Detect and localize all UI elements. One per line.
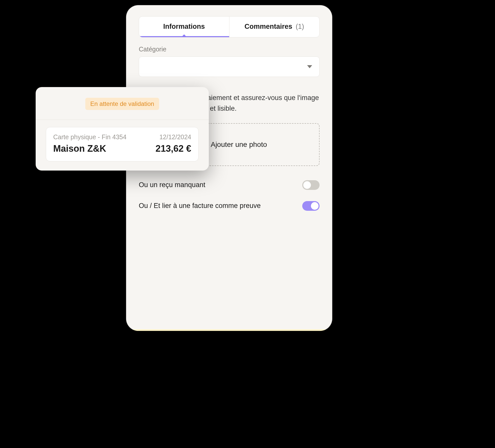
category-select[interactable] <box>139 57 320 77</box>
card-label: Carte physique - Fin 4354 <box>53 133 127 141</box>
tab-label: Informations <box>163 23 205 30</box>
missing-receipt-row: Ou un reçu manquant <box>139 180 320 190</box>
chevron-down-icon <box>307 65 312 68</box>
tab-label: Commentaires <box>244 23 292 30</box>
toggle-knob <box>303 181 311 189</box>
transaction-amount: 213,62 € <box>156 143 191 154</box>
transaction-date: 12/12/2024 <box>159 133 191 141</box>
tab-informations[interactable]: Informations <box>139 17 229 37</box>
add-photo-label: Ajouter une photo <box>211 141 267 149</box>
link-invoice-toggle[interactable] <box>302 201 320 211</box>
status-badge: En attente de validation <box>85 98 159 110</box>
toggle-knob <box>311 202 319 210</box>
missing-receipt-label: Ou un reçu manquant <box>139 181 205 189</box>
missing-receipt-toggle[interactable] <box>302 180 320 190</box>
transaction-main: Maison Z&K 213,62 € <box>53 143 191 154</box>
tabs: Informations Commentaires (1) <box>139 16 320 37</box>
category-label: Catégorie <box>139 46 320 53</box>
tab-count: (1) <box>296 23 304 30</box>
transaction-popup: En attente de validation Carte physique … <box>36 87 209 171</box>
link-invoice-row: Ou / Et lier à une facture comme preuve <box>139 201 320 211</box>
bottom-highlight-bar <box>126 329 332 331</box>
merchant-name: Maison Z&K <box>53 143 106 154</box>
link-invoice-label: Ou / Et lier à une facture comme preuve <box>139 202 261 210</box>
transaction-meta: Carte physique - Fin 4354 12/12/2024 <box>53 133 191 141</box>
transaction-card[interactable]: Carte physique - Fin 4354 12/12/2024 Mai… <box>46 127 199 161</box>
tab-active-indicator-icon <box>182 34 187 37</box>
popup-divider <box>36 120 209 120</box>
popup-header: En attente de validation <box>36 87 209 120</box>
tab-commentaires[interactable]: Commentaires (1) <box>229 17 320 37</box>
